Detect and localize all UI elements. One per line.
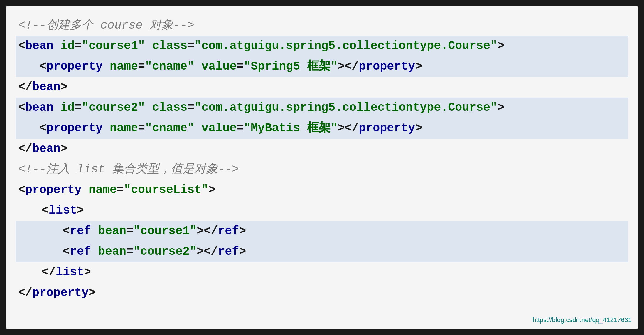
property-close-line: </property> [18, 283, 626, 303]
comment-text-1: <!--创建多个 course 对象--> [18, 19, 194, 32]
comment-line-2: <!--注入 list 集合类型，值是对象--> [18, 159, 626, 180]
code-container: <!--创建多个 course 对象--> <bean id="course1"… [6, 6, 638, 329]
ref1-line: <ref bean="course1"></ref> [16, 221, 628, 242]
code-block: <!--创建多个 course 对象--> <bean id="course1"… [18, 15, 626, 303]
list-open-line: <list> [18, 200, 626, 221]
ref2-line: <ref bean="course2"></ref> [16, 242, 628, 262]
bean1-open-line: <bean id="course1" class="com.atguigu.sp… [16, 36, 628, 56]
comment-line-1: <!--创建多个 course 对象--> [18, 15, 626, 36]
list-close-line: </list> [18, 262, 626, 283]
watermark: https://blog.csdn.net/qq_41217631 [532, 316, 632, 324]
bean1-property-line: <property name="cname" value="Spring5 框架… [16, 56, 628, 77]
bean2-open-line: <bean id="course2" class="com.atguigu.sp… [16, 98, 628, 118]
bean1-close-line: </bean> [18, 77, 626, 98]
comment-text-2: <!--注入 list 集合类型，值是对象--> [18, 163, 239, 176]
bean2-close-line: </bean> [18, 139, 626, 159]
property-open-line: <property name="courseList"> [18, 180, 626, 200]
bean2-property-line: <property name="cname" value="MyBatis 框架… [16, 118, 628, 139]
